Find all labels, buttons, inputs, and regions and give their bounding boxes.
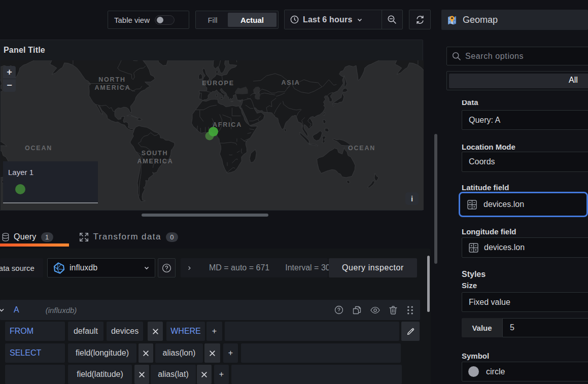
svg-text:AFRICA: AFRICA xyxy=(213,121,242,128)
svg-text:NORTH: NORTH xyxy=(98,76,125,83)
svg-text:SOUTH: SOUTH xyxy=(142,150,168,157)
svg-text:AMERICA: AMERICA xyxy=(137,158,174,165)
svg-text:OCEAN: OCEAN xyxy=(25,145,52,152)
svg-text:EUROPE: EUROPE xyxy=(202,80,234,87)
svg-text:AMERICA: AMERICA xyxy=(95,84,131,91)
svg-text:OCEAN: OCEAN xyxy=(348,145,375,152)
svg-text:ASIA: ASIA xyxy=(281,79,300,86)
